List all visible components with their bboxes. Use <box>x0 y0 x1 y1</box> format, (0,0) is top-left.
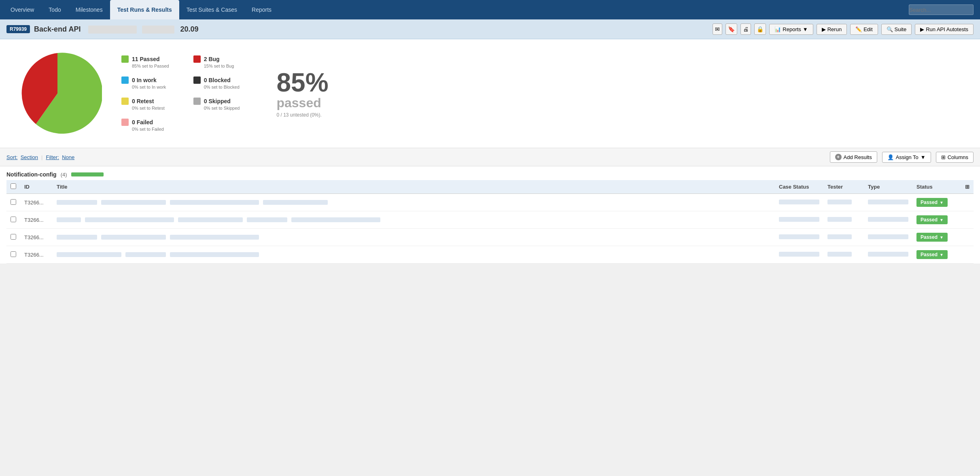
in-work-sub: 0% set to In work <box>132 85 169 89</box>
title-blur-4 <box>263 200 328 205</box>
tab-test-suites[interactable]: Test Suites & Cases <box>179 0 244 19</box>
tab-test-runs[interactable]: Test Runs & Results <box>110 0 179 19</box>
title-blur-2 <box>101 200 166 205</box>
play-icon: ▶ <box>822 26 826 32</box>
top-navigation: Overview Todo Milestones Test Runs & Res… <box>0 0 980 19</box>
row-title-cell <box>53 211 775 229</box>
edit-button[interactable]: ✏️ Edit <box>850 24 878 35</box>
columns-button[interactable]: ⊞ Columns <box>936 152 974 163</box>
tab-todo[interactable]: Todo <box>41 0 68 19</box>
row-options-cell <box>961 246 974 264</box>
run-api-button[interactable]: ▶ Run API Autotests <box>915 24 974 35</box>
toolbar-left: Sort: Section | Filter: None <box>6 154 74 160</box>
bookmark-icon-btn[interactable]: 🔖 <box>725 23 737 35</box>
section-count: (4) <box>61 172 67 178</box>
case-status-blur <box>779 252 819 257</box>
section-header: Notification-config (4) <box>6 166 974 180</box>
passed-swatch <box>121 55 129 63</box>
run-title: Back-end API 20.09 <box>34 25 198 34</box>
assign-to-button[interactable]: 👤 Assign To ▼ <box>882 152 931 163</box>
results-table-section: Notification-config (4) ID Title Case St… <box>0 166 980 264</box>
title-blur-2 <box>101 235 166 240</box>
row-options-cell <box>961 211 974 229</box>
dropdown-icon: ▼ <box>803 26 808 32</box>
tab-reports[interactable]: Reports <box>244 0 279 19</box>
blocked-label: 0 Blocked <box>204 77 231 83</box>
tester-blur <box>827 252 852 257</box>
row-case-status-cell <box>775 229 823 246</box>
row-checkbox[interactable] <box>11 234 16 240</box>
retest-label: 0 Retest <box>132 98 154 104</box>
legend-skipped: 0 Skipped 0% set to Skipped <box>193 98 241 110</box>
retest-swatch <box>121 98 129 105</box>
suite-button[interactable]: 🔍 Suite <box>881 24 912 35</box>
filter-value[interactable]: None <box>62 154 74 160</box>
legend-retest: 0 Retest 0% set to Retest <box>121 98 169 110</box>
mail-icon-btn[interactable]: ✉ <box>713 23 722 35</box>
row-case-status-cell <box>775 246 823 264</box>
row-type-cell <box>864 229 912 246</box>
title-blur-3 <box>170 252 259 257</box>
status-passed-badge[interactable]: Passed <box>916 233 948 242</box>
select-all-checkbox[interactable] <box>11 183 16 189</box>
row-checkbox[interactable] <box>11 217 16 222</box>
row-tester-cell <box>823 229 864 246</box>
tab-milestones[interactable]: Milestones <box>68 0 110 19</box>
bug-swatch <box>193 55 201 63</box>
row-checkbox[interactable] <box>11 199 16 205</box>
search-input[interactable] <box>909 4 974 15</box>
row-options-cell <box>961 194 974 211</box>
title-blur-1 <box>57 235 97 240</box>
case-status-blur <box>779 217 819 222</box>
tab-overview[interactable]: Overview <box>3 0 41 19</box>
in-work-label: 0 In work <box>132 77 157 83</box>
type-blur <box>868 234 908 239</box>
col-tester-header: Tester <box>823 180 864 194</box>
col-status-header: Status <box>912 180 961 194</box>
row-id-cell: T3266... <box>20 211 53 229</box>
row-options-cell <box>961 229 974 246</box>
passed-sub: 85% set to Passed <box>132 64 169 68</box>
row-checkbox[interactable] <box>11 251 16 257</box>
rerun-button[interactable]: ▶ Rerun <box>817 24 847 35</box>
columns-icon: ⊞ <box>941 154 946 160</box>
row-status-cell: Passed <box>912 194 961 211</box>
stats-section: 11 Passed 85% set to Passed 2 Bug 15% se… <box>0 39 980 148</box>
status-passed-badge[interactable]: Passed <box>916 198 948 207</box>
row-status-cell: Passed <box>912 246 961 264</box>
blocked-sub: 0% set to Blocked <box>204 85 241 89</box>
table-row: T3266... Passed <box>6 229 974 246</box>
pie-chart <box>13 49 102 138</box>
results-table: ID Title Case Status Tester Type Status … <box>6 180 974 264</box>
failed-swatch <box>121 119 129 126</box>
in-work-swatch <box>121 76 129 84</box>
lock-icon-btn[interactable]: 🔒 <box>754 23 766 35</box>
type-blur <box>868 217 908 222</box>
print-icon-btn[interactable]: 🖨 <box>740 23 751 35</box>
results-toolbar: Sort: Section | Filter: None + Add Resul… <box>0 148 980 166</box>
row-checkbox-cell <box>6 246 20 264</box>
section-bar-fill <box>71 172 104 176</box>
row-id-cell: T3266... <box>20 194 53 211</box>
row-checkbox-cell <box>6 229 20 246</box>
run-info: R79939 Back-end API 20.09 <box>6 25 199 34</box>
col-id-header: ID <box>20 180 53 194</box>
row-tester-cell <box>823 211 864 229</box>
status-passed-badge[interactable]: Passed <box>916 250 948 259</box>
title-blur-1 <box>57 252 121 257</box>
sort-value[interactable]: Section <box>21 154 38 160</box>
percentage-word: passed <box>276 96 328 110</box>
reports-button[interactable]: 📊 Reports ▼ <box>769 24 813 35</box>
status-passed-badge[interactable]: Passed <box>916 215 948 224</box>
col-case-status-header: Case Status <box>775 180 823 194</box>
person-icon: 👤 <box>887 154 894 160</box>
add-results-button[interactable]: + Add Results <box>830 151 877 163</box>
run-icon: ▶ <box>920 26 924 32</box>
row-id-cell: T3266... <box>20 246 53 264</box>
type-blur <box>868 200 908 204</box>
failed-label: 0 Failed <box>132 119 153 125</box>
passed-label: 11 Passed <box>132 56 160 62</box>
row-status-cell: Passed <box>912 229 961 246</box>
table-body: T3266... <box>6 194 974 264</box>
col-title-header: Title <box>53 180 775 194</box>
